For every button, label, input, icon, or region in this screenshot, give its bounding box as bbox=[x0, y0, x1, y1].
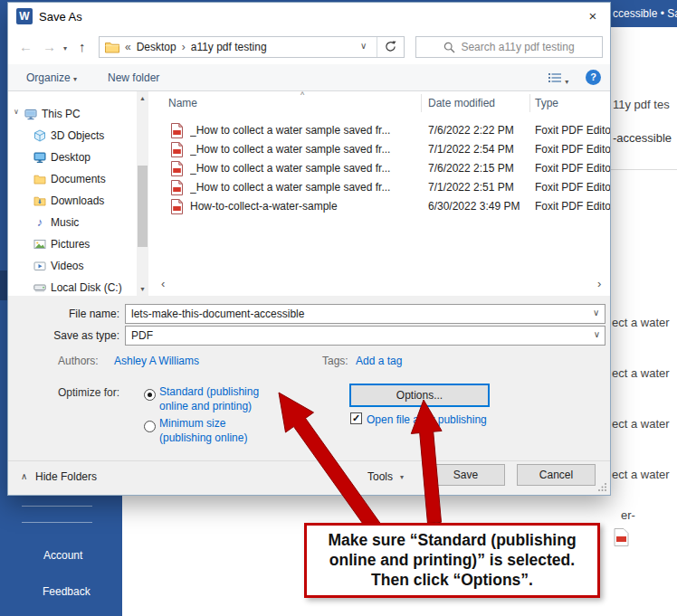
tree-item-music[interactable]: ♪ Music bbox=[8, 212, 135, 233]
cube-icon bbox=[33, 129, 46, 142]
authors-value[interactable]: Ashley A Williams bbox=[114, 355, 199, 367]
hide-folders-button[interactable]: Hide Folders bbox=[35, 470, 97, 483]
videos-icon bbox=[33, 260, 46, 272]
list-view-icon bbox=[548, 71, 562, 84]
column-header-type[interactable]: Type bbox=[535, 97, 558, 109]
screen: ccessible • Sa 11y pdf tes -accessible e… bbox=[0, 0, 677, 616]
bg-file-fragment: ect a water bbox=[612, 417, 670, 431]
help-icon[interactable]: ? bbox=[586, 70, 601, 85]
save-button[interactable]: Save bbox=[426, 464, 505, 486]
scrollbar-thumb[interactable] bbox=[138, 166, 148, 247]
file-row[interactable]: _How to collect a water sample saved fr.… bbox=[157, 178, 610, 197]
resize-grip[interactable] bbox=[597, 482, 607, 492]
file-row[interactable]: _How to collect a water sample saved fr.… bbox=[157, 159, 610, 178]
radio-standard-label-line1[interactable]: Standard (publishing bbox=[159, 385, 259, 398]
file-name-label: File name: bbox=[8, 308, 119, 320]
scroll-up-icon[interactable]: ▲ bbox=[137, 95, 148, 101]
dialog-title: Save As bbox=[39, 10, 82, 24]
radio-minimum-label-line2[interactable]: (publishing online) bbox=[159, 431, 247, 444]
column-divider[interactable] bbox=[421, 94, 422, 112]
dialog-titlebar: W Save As × bbox=[8, 3, 610, 30]
radio-selected-dot bbox=[148, 393, 152, 397]
tree-item-3d-objects[interactable]: 3D Objects bbox=[8, 125, 135, 147]
tree-item-downloads[interactable]: Downloads bbox=[8, 190, 135, 212]
callout-line: Make sure “Standard (publishing bbox=[307, 530, 597, 550]
bg-partial-pdf-icon bbox=[614, 528, 629, 546]
backstage-selected-item-strip bbox=[0, 270, 7, 300]
search-input[interactable]: Search a11y pdf testing bbox=[415, 36, 603, 58]
file-row[interactable]: How-to-collect-a-water-sample 6/30/2022 … bbox=[157, 197, 610, 216]
tags-label: Tags: bbox=[322, 355, 348, 367]
radio-standard-label-line2[interactable]: online and printing) bbox=[159, 400, 252, 412]
sidebar-item-account[interactable]: Account bbox=[43, 549, 82, 562]
file-row[interactable]: _How to collect a water sample saved fr.… bbox=[157, 121, 610, 140]
close-icon[interactable]: × bbox=[581, 5, 605, 27]
pdf-file-icon bbox=[170, 161, 184, 176]
organize-dropdown-icon: ▾ bbox=[73, 75, 77, 83]
tree-item-pictures[interactable]: Pictures bbox=[8, 233, 135, 255]
computer-icon bbox=[24, 108, 37, 120]
pdf-file-icon bbox=[170, 199, 184, 214]
tree-item-local-disk-c[interactable]: Local Disk (C:) bbox=[8, 277, 135, 296]
open-after-publishing-label[interactable]: Open file after publishing bbox=[367, 413, 487, 426]
radio-minimum-size[interactable] bbox=[144, 421, 156, 432]
pictures-icon bbox=[33, 238, 46, 251]
forward-icon[interactable]: → bbox=[43, 39, 56, 55]
search-icon bbox=[443, 42, 455, 53]
scroll-left-icon[interactable]: ‹ bbox=[161, 277, 165, 290]
organize-button[interactable]: Organize ▾ bbox=[26, 71, 77, 84]
back-icon[interactable]: ← bbox=[19, 39, 33, 55]
save-as-type-select[interactable]: PDF ∨ bbox=[125, 326, 605, 346]
word-title-fragment: ccessible • Sa bbox=[613, 7, 677, 20]
pdf-file-icon bbox=[170, 142, 184, 157]
new-folder-button[interactable]: New folder bbox=[108, 71, 159, 84]
view-options-button[interactable]: ▾ bbox=[548, 71, 568, 87]
tree-item-desktop[interactable]: Desktop bbox=[8, 147, 135, 168]
options-button[interactable]: Options... bbox=[349, 384, 490, 407]
cancel-button[interactable]: Cancel bbox=[517, 464, 596, 486]
tree-item-this-pc[interactable]: This PC bbox=[8, 103, 135, 125]
breadcrumb-overflow-icon[interactable]: « bbox=[125, 41, 131, 53]
breadcrumb-desktop[interactable]: Desktop bbox=[137, 41, 176, 53]
file-name-input[interactable] bbox=[125, 304, 605, 324]
music-note-icon: ♪ bbox=[33, 216, 46, 229]
bg-small-fragment: er- bbox=[621, 508, 635, 522]
tree-scrollbar[interactable]: ▲ ▼ bbox=[137, 91, 148, 296]
tools-button[interactable]: Tools bbox=[367, 470, 393, 483]
instruction-callout: Make sure “Standard (publishing online a… bbox=[304, 523, 600, 598]
callout-line: Then click “Options”. bbox=[307, 570, 597, 590]
word-app-icon: W bbox=[16, 8, 33, 24]
column-divider[interactable] bbox=[529, 94, 530, 112]
address-dropdown-icon[interactable]: ∨ bbox=[360, 41, 367, 51]
radio-standard[interactable] bbox=[144, 389, 156, 401]
monitor-icon bbox=[33, 151, 46, 164]
sidebar-separator bbox=[22, 522, 92, 523]
browser-content: ∨ This PC 3D Objects bbox=[8, 91, 610, 296]
refresh-icon[interactable] bbox=[385, 41, 396, 52]
save-as-type-label: Save as type: bbox=[8, 329, 119, 342]
sidebar-item-feedback[interactable]: Feedback bbox=[43, 585, 91, 598]
disk-drive-icon bbox=[33, 281, 46, 294]
file-row[interactable]: _How to collect a water sample saved fr.… bbox=[157, 140, 610, 159]
pdf-file-icon bbox=[170, 123, 184, 138]
file-name-dropdown-icon[interactable]: ∨ bbox=[593, 308, 599, 317]
bg-file-fragment: ect a water bbox=[612, 366, 670, 380]
add-a-tag-link[interactable]: Add a tag bbox=[356, 355, 402, 367]
column-header-name[interactable]: Name bbox=[168, 97, 197, 109]
up-icon[interactable]: ↑ bbox=[79, 39, 86, 55]
file-list: ^ Name Date modified Type _How to collec… bbox=[157, 91, 610, 296]
breadcrumb-current-folder[interactable]: a11y pdf testing bbox=[191, 41, 267, 53]
recent-locations-dropdown-icon[interactable]: ▾ bbox=[63, 44, 67, 52]
sort-ascending-icon: ^ bbox=[300, 91, 304, 100]
tools-dropdown-icon[interactable]: ▾ bbox=[400, 473, 404, 481]
address-bar[interactable]: « Desktop › a11y pdf testing ∨ bbox=[99, 36, 405, 58]
tree-item-documents[interactable]: Documents bbox=[8, 168, 135, 190]
view-dropdown-icon: ▾ bbox=[565, 78, 568, 86]
column-header-date-modified[interactable]: Date modified bbox=[428, 97, 495, 109]
scroll-right-icon[interactable]: › bbox=[597, 277, 601, 290]
hide-folders-chevron-icon[interactable]: ∧ bbox=[21, 471, 27, 481]
open-after-publishing-checkbox[interactable]: ✓ bbox=[350, 412, 362, 424]
radio-minimum-label-line1[interactable]: Minimum size bbox=[159, 417, 225, 430]
scroll-down-icon[interactable]: ▼ bbox=[137, 286, 148, 292]
tree-item-videos[interactable]: Videos bbox=[8, 255, 135, 277]
